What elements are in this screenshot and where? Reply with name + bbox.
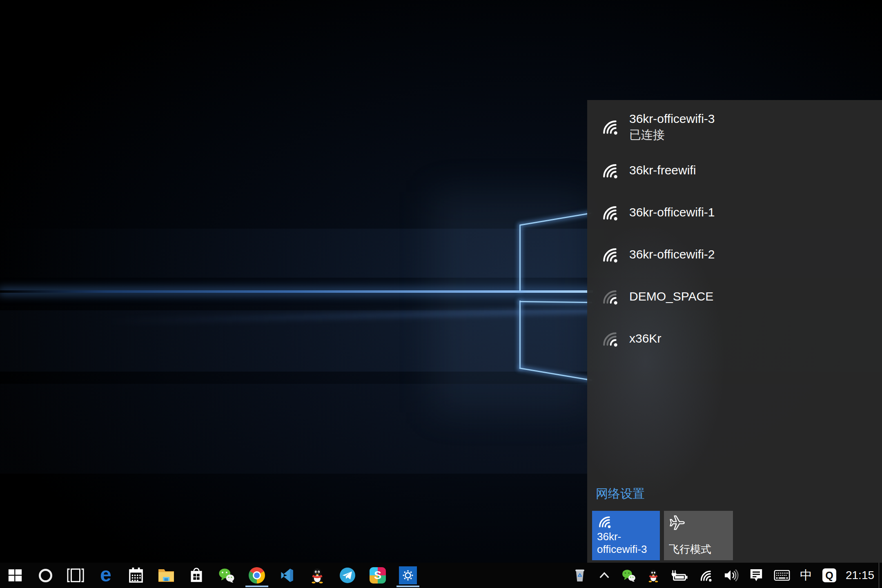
network-ssid: 36kr-officewifi-2	[629, 247, 715, 261]
taskbar-icon-edge[interactable]: e	[91, 563, 121, 588]
task-view-button[interactable]	[60, 563, 91, 588]
battery-plugged-icon	[670, 569, 688, 581]
tray-icon-touch-keyboard[interactable]	[769, 563, 795, 588]
visual-studio-icon	[279, 567, 295, 584]
taskbar-clock[interactable]: 21:15	[841, 563, 879, 588]
taskbar-icon-wechat[interactable]	[212, 563, 242, 588]
taskbar-icon-store[interactable]	[181, 563, 212, 588]
folder-icon	[158, 568, 175, 583]
wifi-signal-icon	[601, 245, 619, 263]
taskbar-icon-calendar[interactable]	[121, 563, 151, 588]
wifi-signal-icon-weak	[601, 330, 619, 347]
wifi-signal-icon	[601, 203, 619, 221]
network-text: 36kr-officewifi-3 已连接	[629, 111, 715, 143]
speaker-icon	[723, 569, 739, 582]
wechat-icon	[218, 568, 235, 583]
tray-hidden-icons-button[interactable]	[592, 563, 617, 588]
wifi-tile-label: 36kr-officewifi-3	[597, 530, 655, 556]
taskbar-icon-slack[interactable]: S	[363, 563, 393, 588]
settings-tile	[399, 566, 417, 584]
airplane-icon	[669, 514, 686, 531]
tray-ime-mode[interactable]: 中	[795, 563, 817, 588]
taskbar-icon-cortana[interactable]	[30, 563, 60, 588]
wifi-icon	[699, 568, 713, 582]
wifi-signal-icon	[601, 118, 619, 136]
wifi-signal-icon	[601, 161, 619, 179]
chevron-up-icon	[598, 571, 610, 580]
system-tray: 中 Q 21:15	[568, 563, 882, 588]
windows-logo-icon	[7, 568, 23, 583]
task-view-icon	[67, 567, 84, 584]
network-ssid: 36kr-officewifi-1	[629, 205, 715, 219]
network-row[interactable]: DEMO_SPACE	[587, 275, 882, 317]
ime-chinese-indicator: 中	[800, 567, 812, 584]
store-bag-icon	[189, 567, 204, 584]
tray-icon-action-center[interactable]	[743, 563, 769, 588]
qq-penguin-icon	[647, 568, 659, 583]
taskbar-icon-telegram[interactable]	[332, 563, 363, 588]
show-desktop-button[interactable]	[879, 563, 882, 588]
network-row[interactable]: 36kr-officewifi-1	[587, 191, 882, 233]
tray-icon-qq-pinyin[interactable]: Q	[817, 563, 841, 588]
tray-icon-wifi[interactable]	[693, 563, 719, 588]
wallpaper-window-edge	[519, 301, 521, 369]
network-list: 36kr-officewifi-3 已连接 36kr-freewifi 36kr…	[587, 100, 882, 359]
slack-icon: S	[370, 567, 386, 584]
quick-action-tile-wifi[interactable]: 36kr-officewifi-3	[592, 511, 660, 560]
tray-icon-battery[interactable]	[666, 563, 693, 588]
wallpaper-light-beam	[0, 290, 593, 293]
calendar-icon	[128, 567, 144, 584]
qq-pinyin-letter: Q	[825, 570, 833, 581]
tray-icon-recycle-bin[interactable]	[568, 563, 592, 588]
desktop: 36kr-officewifi-3 已连接 36kr-freewifi 36kr…	[0, 0, 882, 588]
qq-penguin-icon	[310, 567, 325, 584]
network-ssid: 36kr-officewifi-3	[629, 111, 715, 127]
network-row[interactable]: x36Kr	[587, 317, 882, 359]
cortana-ring-icon	[39, 569, 52, 582]
chrome-icon	[249, 567, 265, 584]
wallpaper-window-edge	[519, 225, 521, 291]
gear-icon	[401, 569, 414, 582]
network-ssid: DEMO_SPACE	[629, 290, 713, 303]
network-row[interactable]: 36kr-officewifi-2	[587, 233, 882, 275]
network-row[interactable]: 36kr-officewifi-3 已连接	[587, 104, 882, 149]
qq-pinyin-icon: Q	[822, 568, 836, 582]
keyboard-icon	[774, 570, 790, 581]
start-button[interactable]	[0, 563, 30, 588]
taskbar-icon-qq[interactable]	[302, 563, 332, 588]
edge-icon: e	[100, 564, 111, 585]
telegram-icon	[339, 567, 356, 584]
action-center-icon	[749, 568, 763, 583]
quick-actions: 36kr-officewifi-3 飞行模式	[592, 511, 733, 560]
taskbar-icon-file-explorer[interactable]	[151, 563, 181, 588]
taskbar-icon-settings[interactable]	[393, 563, 423, 588]
network-status: 已连接	[629, 127, 715, 143]
recycle-bin-icon	[574, 568, 586, 583]
wechat-icon	[621, 569, 636, 582]
network-ssid: x36Kr	[629, 332, 661, 345]
airplane-tile-label: 飞行模式	[669, 543, 728, 556]
wifi-signal-icon-weak	[601, 287, 619, 305]
network-ssid: 36kr-freewifi	[629, 163, 696, 177]
taskbar-icon-chrome[interactable]	[242, 563, 272, 588]
tray-icon-qq[interactable]	[641, 563, 666, 588]
network-settings-link[interactable]: 网络设置	[596, 486, 645, 502]
taskbar-icon-visual-studio[interactable]	[272, 563, 302, 588]
wifi-icon	[597, 514, 612, 529]
quick-action-tile-airplane-mode[interactable]: 飞行模式	[664, 511, 733, 560]
tray-icon-wechat[interactable]	[617, 563, 641, 588]
taskbar: e	[0, 563, 882, 588]
slack-letter: S	[374, 569, 381, 582]
network-row[interactable]: 36kr-freewifi	[587, 149, 882, 191]
tray-icon-volume[interactable]	[719, 563, 743, 588]
wifi-flyout-panel: 36kr-officewifi-3 已连接 36kr-freewifi 36kr…	[587, 100, 882, 563]
